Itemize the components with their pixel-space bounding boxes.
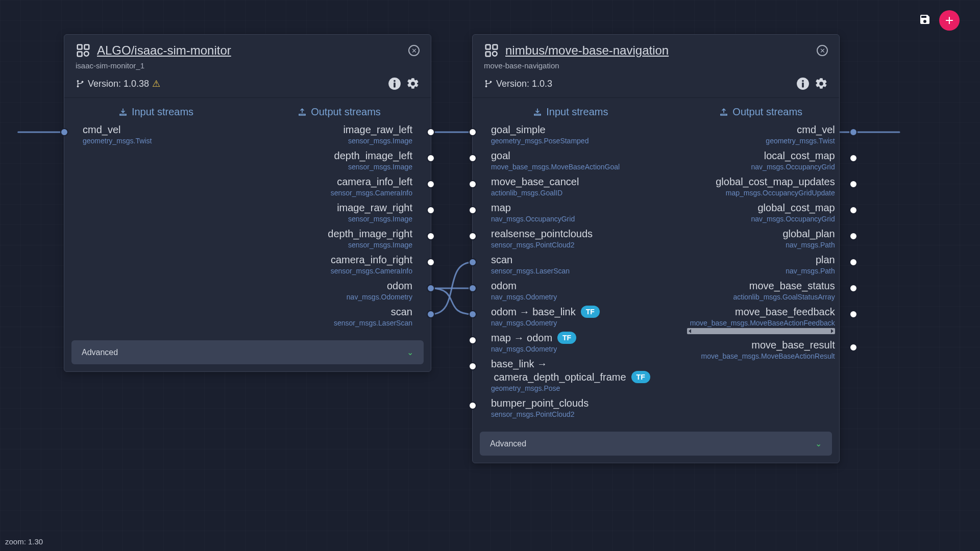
node-type-icon [484,43,499,58]
advanced-toggle[interactable]: Advanced ⌄ [71,340,424,364]
svg-rect-2 [78,52,82,57]
stream-type: sensor_msgs.CameraInfo [266,189,412,197]
input-port[interactable] [469,206,477,214]
output-port[interactable] [427,206,435,214]
node-node-b[interactable]: nimbus/move-base-navigation ✕ move-base-… [472,34,840,463]
close-icon[interactable]: ✕ [408,45,420,56]
stream-type: sensor_msgs.Image [266,137,412,145]
input-port[interactable] [469,336,477,344]
input-stream-item: map nav_msgs.OccupancyGrid [473,200,669,226]
output-port[interactable] [849,232,857,240]
output-port[interactable] [427,128,435,136]
input-stream-item: move_base_cancel actionlib_msgs.GoalID [473,174,669,200]
output-stream-item: plan nav_msgs.Path [669,252,853,278]
advanced-label: Advanced [490,439,526,448]
node-type-icon [76,43,91,58]
output-port[interactable] [849,180,857,188]
output-port[interactable] [427,180,435,188]
stream-name: local_cost_map [764,149,835,162]
add-button[interactable]: + [939,10,960,31]
info-icon[interactable] [796,77,810,90]
output-port[interactable] [849,128,857,136]
stream-type: move_base_msgs.MoveBaseActionResult [687,352,835,360]
input-stream-item: odom nav_msgs.Odometry [473,278,669,304]
stream-name: camera_info_right [331,253,412,266]
gear-icon[interactable] [815,77,828,90]
stream-name: move_base_feedback [735,305,835,318]
input-port[interactable] [469,180,477,188]
stream-type: geometry_msgs.Pose [491,384,650,392]
stream-type: sensor_msgs.CameraInfo [266,267,412,275]
gear-icon[interactable] [406,77,420,90]
output-port[interactable] [849,343,857,352]
output-port[interactable] [427,310,435,318]
input-port[interactable] [469,402,477,410]
outputs-column: Output streams image_raw_left sensor_msg… [248,103,431,330]
stream-name: depth_image_left [334,149,412,162]
svg-point-4 [77,80,79,82]
node-title[interactable]: ALGO/isaac-sim-monitor [97,43,231,58]
text-overflow-scrollbar[interactable] [687,328,835,334]
output-port[interactable] [427,154,435,162]
svg-rect-11 [493,45,498,49]
input-port[interactable] [469,284,477,292]
output-port[interactable] [427,284,435,292]
zoom-level: zoom: 1.30 [5,537,43,546]
stream-type: nav_msgs.Path [687,241,835,249]
close-icon[interactable]: ✕ [817,45,828,56]
output-port[interactable] [849,310,857,318]
svg-rect-12 [486,52,491,57]
input-port[interactable] [469,128,477,136]
node-title[interactable]: nimbus/move-base-navigation [505,43,669,58]
download-icon [118,108,128,117]
svg-point-14 [485,80,487,82]
stream-name: scan [491,253,512,266]
input-port[interactable] [469,154,477,162]
node-subtitle: isaac-sim-monitor_1 [76,61,420,70]
input-stream-item: scan sensor_msgs.LaserScan [473,252,669,278]
input-port[interactable] [60,128,68,136]
output-port[interactable] [849,154,857,162]
tf-badge: TF [557,332,576,344]
output-port[interactable] [427,258,435,266]
advanced-toggle[interactable]: Advanced ⌄ [480,432,832,456]
input-port[interactable] [469,310,477,318]
stream-type: nav_msgs.Odometry [491,319,650,327]
input-port[interactable] [469,362,477,370]
info-icon[interactable] [388,77,401,90]
node-header: ALGO/isaac-sim-monitor ✕ isaac-sim-monit… [64,35,431,98]
stream-name: image_raw_right [337,201,412,214]
output-stream-item: move_base_feedback move_base_msgs.MoveBa… [669,304,853,337]
node-node-a[interactable]: ALGO/isaac-sim-monitor ✕ isaac-sim-monit… [64,34,431,372]
stream-type: nav_msgs.OccupancyGrid [687,163,835,171]
outputs-header: Output streams [248,103,431,122]
stream-type: nav_msgs.Odometry [266,293,412,301]
stream-name: cmd_vel [83,123,120,136]
inputs-column: Input streams cmd_vel geometry_msgs.Twis… [64,103,248,330]
svg-point-5 [77,85,79,87]
stream-name: move_base_cancel [491,175,579,188]
stream-name: image_raw_left [343,123,412,136]
svg-point-13 [493,52,497,56]
stream-type: sensor_msgs.PointCloud2 [491,241,650,249]
stream-name: depth_image_right [328,227,412,240]
output-port[interactable] [427,232,435,240]
input-port[interactable] [469,258,477,266]
output-port[interactable] [849,258,857,266]
connection-edge[interactable] [431,262,473,314]
stream-type: geometry_msgs.PoseStamped [491,137,650,145]
save-icon[interactable] [919,13,931,28]
input-port[interactable] [469,232,477,240]
output-stream-item: scan sensor_msgs.LaserScan [248,304,431,330]
stream-type: sensor_msgs.Image [266,163,412,171]
version-label: Version: 1.0.3 [496,79,552,89]
input-stream-item: odom → base_linkTF nav_msgs.Odometry [473,304,669,330]
stream-name: camera_depth_optical_frameTF [491,370,650,384]
output-port[interactable] [849,284,857,292]
output-stream-item: depth_image_right sensor_msgs.Image [248,226,431,252]
output-port[interactable] [849,206,857,214]
tf-badge: TF [631,371,650,383]
svg-rect-0 [78,45,82,49]
connection-edge[interactable] [431,288,473,314]
stream-type: sensor_msgs.Image [266,241,412,249]
